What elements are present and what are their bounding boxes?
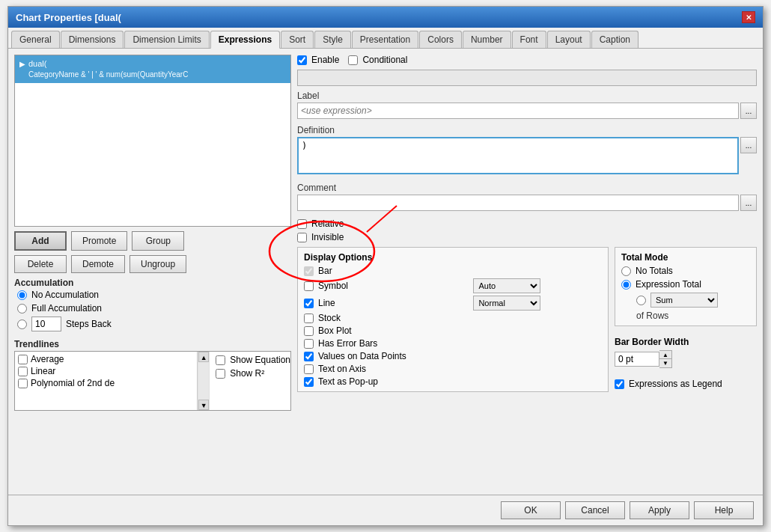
definition-dots-button[interactable]: ...	[740, 137, 757, 153]
bar-border-down[interactable]: ▼	[659, 359, 671, 367]
conditional-value-input[interactable]	[297, 70, 757, 86]
polynomial-label: Polynomial of 2nd de	[31, 378, 115, 388]
comment-dots-button[interactable]: ...	[740, 195, 757, 211]
tab-sort[interactable]: Sort	[281, 31, 314, 48]
display-stock-item: Stock	[304, 313, 467, 323]
relative-checkbox[interactable]	[297, 219, 307, 229]
close-button[interactable]: ✕	[742, 11, 755, 23]
help-button[interactable]: Help	[694, 501, 754, 519]
trendlines-list: Average Linear Polynomial of 2nd de	[15, 352, 198, 410]
sum-radio[interactable]	[636, 296, 646, 305]
comment-field-row: Comment ...	[297, 183, 757, 211]
ok-button[interactable]: OK	[501, 501, 561, 519]
scroll-up[interactable]: ▲	[198, 352, 209, 362]
show-equation-checkbox[interactable]	[216, 355, 225, 365]
enable-row: Enable Conditional	[297, 55, 757, 65]
invisible-item: Invisible	[297, 232, 757, 242]
display-symbol-item: Symbol	[304, 281, 467, 291]
trendline-polynomial: Polynomial of 2nd de	[16, 377, 195, 389]
display-errorbars-item: Has Error Bars	[304, 338, 467, 349]
tab-presentation[interactable]: Presentation	[352, 31, 418, 48]
conditional-item: Conditional	[348, 55, 407, 65]
invisible-checkbox[interactable]	[297, 233, 307, 242]
comment-input[interactable]	[297, 195, 739, 211]
linear-checkbox[interactable]	[18, 367, 28, 376]
display-popup-item: Text as Pop-up	[304, 376, 467, 387]
polynomial-checkbox[interactable]	[18, 379, 28, 388]
dialog-title: Chart Properties [dual(	[16, 12, 121, 23]
values-checkbox[interactable]	[304, 352, 314, 361]
show-r2-checkbox[interactable]	[216, 369, 225, 379]
content-area: ▶ dual(CategoryName & ' | ' & num(sum(Qu…	[8, 49, 763, 495]
cancel-button[interactable]: Cancel	[565, 501, 625, 519]
no-accumulation-item: No Accumulation	[17, 290, 291, 300]
tab-expressions[interactable]: Expressions	[210, 31, 280, 49]
accumulate-radio[interactable]	[17, 319, 27, 329]
errorbars-label: Has Error Bars	[318, 338, 377, 349]
popup-label: Text as Pop-up	[318, 376, 378, 387]
tab-number[interactable]: Number	[463, 31, 511, 48]
display-options-grid: Bar Symbol Auto Circle Triangle	[304, 266, 602, 387]
show-equation-item: Show Equation	[216, 355, 290, 365]
no-accumulation-radio[interactable]	[17, 290, 27, 300]
bottom-panels: Display Options Bar Symbol	[297, 247, 757, 392]
definition-textarea[interactable]: )	[297, 137, 739, 174]
of-rows-label: of Rows	[621, 311, 750, 321]
bar-border-up[interactable]: ▲	[659, 351, 671, 359]
delete-button[interactable]: Delete	[14, 255, 67, 273]
trendlines-title: Trendlines	[14, 339, 291, 349]
steps-label: Steps Back	[66, 319, 112, 329]
tab-dimension-limits[interactable]: Dimension Limits	[124, 31, 209, 48]
steps-input[interactable]	[31, 317, 61, 331]
tab-font[interactable]: Font	[512, 31, 546, 48]
left-panel: ▶ dual(CategoryName & ' | ' & num(sum(Qu…	[14, 55, 291, 489]
symbol-label: Symbol	[318, 281, 348, 291]
symbol-checkbox[interactable]	[304, 281, 314, 291]
sum-select[interactable]: Sum Min Max Count	[650, 293, 718, 308]
tab-general[interactable]: General	[11, 31, 60, 48]
tab-layout[interactable]: Layout	[547, 31, 591, 48]
symbol-select[interactable]: Auto Circle Triangle	[473, 278, 540, 293]
group-button[interactable]: Group	[132, 231, 184, 251]
stock-checkbox[interactable]	[304, 314, 314, 323]
promote-button[interactable]: Promote	[71, 231, 127, 251]
tab-caption[interactable]: Caption	[591, 31, 639, 48]
popup-checkbox[interactable]	[304, 377, 314, 387]
trendline-linear: Linear	[16, 365, 195, 377]
bar-border-input[interactable]	[615, 352, 659, 367]
average-checkbox[interactable]	[18, 355, 28, 364]
label-dots-button[interactable]: ...	[740, 103, 757, 119]
trendlines-box: Average Linear Polynomial of 2nd de ▲	[14, 351, 291, 411]
no-totals-item: No Totals	[621, 266, 750, 276]
label-input[interactable]	[297, 103, 739, 119]
boxplot-checkbox[interactable]	[304, 326, 314, 336]
bar-border-input-row: ▲ ▼	[615, 350, 757, 368]
show-options: Show Equation Show R²	[210, 352, 290, 410]
tab-dimensions[interactable]: Dimensions	[61, 31, 124, 48]
conditional-checkbox[interactable]	[348, 55, 358, 65]
enable-checkbox[interactable]	[297, 55, 307, 65]
errorbars-checkbox[interactable]	[304, 339, 314, 349]
add-button[interactable]: Add	[14, 231, 67, 251]
textaxis-checkbox[interactable]	[304, 364, 314, 374]
expression-item[interactable]: ▶ dual(CategoryName & ' | ' & num(sum(Qu…	[15, 55, 290, 83]
apply-button[interactable]: Apply	[630, 501, 689, 519]
tabs-bar: GeneralDimensionsDimension LimitsExpress…	[8, 28, 763, 49]
no-totals-radio[interactable]	[621, 266, 631, 276]
total-radio-group: No Totals Expression Total Sum Min	[621, 266, 750, 321]
line-select[interactable]: Normal Smooth Stepped	[473, 296, 540, 311]
demote-button[interactable]: Demote	[71, 255, 125, 273]
bar-checkbox[interactable]	[304, 266, 314, 276]
tab-style[interactable]: Style	[314, 31, 351, 48]
scroll-down[interactable]: ▼	[198, 400, 209, 410]
relative-item: Relative	[297, 218, 757, 229]
ungroup-button[interactable]: Ungroup	[129, 255, 186, 273]
bar-border-section: Bar Border Width ▲ ▼	[615, 332, 757, 368]
show-equation-label: Show Equation	[230, 355, 290, 365]
expressions-legend-checkbox[interactable]	[615, 379, 624, 389]
line-checkbox[interactable]	[304, 299, 314, 308]
tab-colors[interactable]: Colors	[419, 31, 462, 48]
expression-total-radio[interactable]	[621, 280, 631, 290]
full-accumulation-radio[interactable]	[17, 304, 27, 314]
trendlines-scrollbar[interactable]: ▲ ▼	[198, 352, 210, 410]
